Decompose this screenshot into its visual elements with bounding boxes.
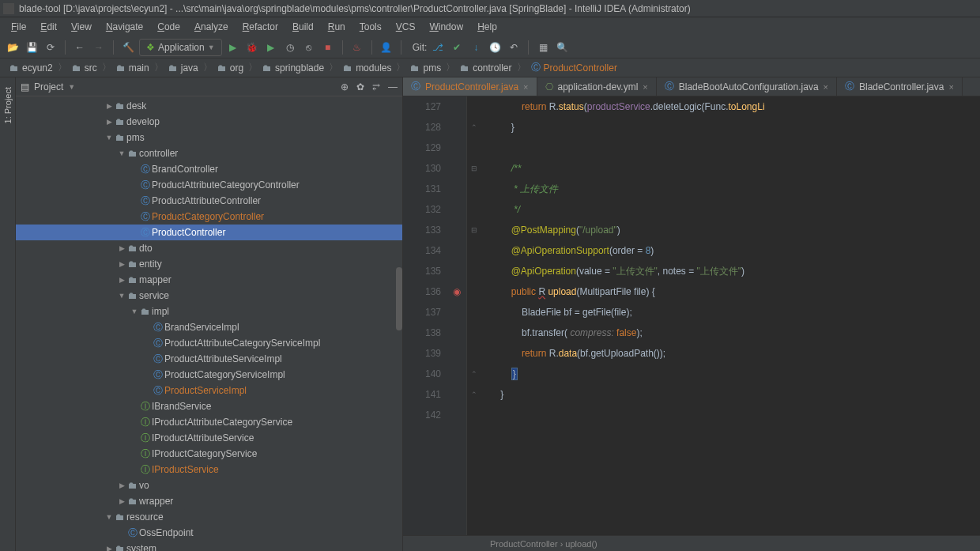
fold-icon[interactable]: ⊟ xyxy=(467,158,481,179)
fold-icon[interactable] xyxy=(467,343,481,364)
build-icon[interactable]: 🔨 xyxy=(120,40,136,55)
nav-forward-icon[interactable]: → xyxy=(91,40,107,55)
search-everywhere-icon[interactable]: 🔍 xyxy=(554,40,570,55)
code-line[interactable]: BladeFile bf = getFile(file); xyxy=(490,302,980,323)
code-line[interactable]: @PostMapping("/upload") xyxy=(490,220,980,240)
gutter-icon[interactable] xyxy=(447,384,466,405)
gutter-icon[interactable] xyxy=(447,179,466,199)
close-tab-icon[interactable]: × xyxy=(948,82,953,92)
fold-icon[interactable] xyxy=(467,261,481,281)
code-line[interactable] xyxy=(490,405,980,425)
code-line[interactable]: return R.data(bf.getUploadPath()); xyxy=(490,343,980,364)
code-line[interactable]: * 上传文件 xyxy=(490,179,980,199)
gutter-icon[interactable] xyxy=(447,261,466,281)
tree-node-productattributeserviceimpl[interactable]: ⒸProductAttributeServiceImpl xyxy=(16,351,402,367)
code-line[interactable]: } xyxy=(490,364,980,384)
menu-build[interactable]: Build xyxy=(286,20,320,34)
breadcrumb-ecyun2[interactable]: 🖿ecyun2 xyxy=(5,62,58,74)
close-tab-icon[interactable]: × xyxy=(824,82,828,92)
code-line[interactable] xyxy=(490,138,980,158)
tree-node-develop[interactable]: 🖿develop xyxy=(16,114,402,130)
tree-node-iproductattributeservice[interactable]: ⒾIProductAttributeService xyxy=(16,430,402,446)
gutter-icon[interactable] xyxy=(447,199,466,220)
code-line[interactable]: @ApiOperationSupport(order = 8) xyxy=(490,240,980,261)
tree-node-desk[interactable]: 🖿desk xyxy=(16,98,402,114)
gutter-icon[interactable] xyxy=(447,240,466,261)
avatar-icon[interactable]: 👤 xyxy=(379,40,394,55)
gutter-icon[interactable] xyxy=(447,117,466,138)
fold-icon[interactable] xyxy=(467,240,481,261)
scroll-to-source-icon[interactable]: ⊕ xyxy=(341,81,349,92)
breadcrumb-main[interactable]: 🖿main xyxy=(111,62,154,74)
fold-column[interactable]: ⌃⊟⊟⌃⌃ xyxy=(466,96,481,535)
tree-arrow-icon[interactable] xyxy=(104,545,114,551)
menu-view[interactable]: View xyxy=(65,20,98,34)
tree-node-iproductcategoryservice[interactable]: ⒾIProductCategoryService xyxy=(16,446,402,462)
tree-arrow-icon[interactable] xyxy=(104,134,114,142)
tree-node-system[interactable]: 🖿system xyxy=(16,541,402,551)
tree-node-productcategorycontroller[interactable]: ⒸProductCategoryController xyxy=(16,209,402,225)
attach-icon[interactable]: ⎋ xyxy=(301,40,317,55)
gutter-icon[interactable] xyxy=(447,343,466,364)
sync-icon[interactable]: ⟳ xyxy=(43,40,58,55)
menu-refactor[interactable]: Refactor xyxy=(236,20,285,34)
tree-node-service[interactable]: 🖿service xyxy=(16,288,402,304)
breadcrumb-java[interactable]: 🖿java xyxy=(164,62,203,74)
gutter-icon[interactable] xyxy=(447,364,466,384)
tree-arrow-icon[interactable] xyxy=(117,149,126,157)
debug-icon[interactable]: 🐞 xyxy=(244,40,260,55)
menu-file[interactable]: File xyxy=(5,20,32,34)
collapse-all-icon[interactable]: ⥂ xyxy=(372,81,380,92)
tree-node-dto[interactable]: 🖿dto xyxy=(16,240,402,256)
tree-arrow-icon[interactable] xyxy=(117,276,126,284)
run-icon[interactable]: ▶ xyxy=(225,40,241,55)
tree-node-ossendpoint[interactable]: ⒸOssEndpoint xyxy=(16,525,402,541)
tree-node-productserviceimpl[interactable]: ⒸProductServiceImpl xyxy=(16,383,402,398)
close-tab-icon[interactable]: × xyxy=(523,82,528,92)
fold-icon[interactable] xyxy=(467,302,481,323)
project-tree[interactable]: 🖿desk🖿develop🖿pms🖿controllerⒸBrandContro… xyxy=(16,96,402,551)
menu-analyze[interactable]: Analyze xyxy=(188,20,235,34)
tree-arrow-icon[interactable] xyxy=(117,481,126,489)
gutter-icon[interactable] xyxy=(447,138,466,158)
menu-help[interactable]: Help xyxy=(471,20,503,34)
code-line[interactable]: bf.transfer( compress: false); xyxy=(490,323,980,343)
nav-back-icon[interactable]: ← xyxy=(72,40,88,55)
breadcrumb-org[interactable]: 🖿org xyxy=(213,62,248,74)
tree-node-entity[interactable]: 🖿entity xyxy=(16,256,402,272)
breadcrumb-src[interactable]: 🖿src xyxy=(67,62,102,74)
gutter-icon[interactable] xyxy=(447,302,466,323)
tree-node-productattributecontroller[interactable]: ⒸProductAttributeController xyxy=(16,193,402,209)
fold-icon[interactable] xyxy=(467,199,481,220)
fold-icon[interactable]: ⌃ xyxy=(467,384,481,405)
fold-icon[interactable] xyxy=(467,138,481,158)
editor-tab-productcontroller-java[interactable]: ⒸProductController.java× xyxy=(403,77,537,96)
menu-tools[interactable]: Tools xyxy=(353,20,388,34)
fold-icon[interactable] xyxy=(467,323,481,343)
editor-breadcrumb[interactable]: ProductController › upload() xyxy=(403,535,980,551)
gutter-icon[interactable] xyxy=(447,220,466,240)
gutter-icon[interactable] xyxy=(447,158,466,179)
code-line[interactable]: } xyxy=(490,384,980,405)
fold-icon[interactable] xyxy=(467,96,481,117)
tree-node-wrapper[interactable]: 🖿wrapper xyxy=(16,493,402,509)
code-line[interactable]: @ApiOperation(value = "上传文件", notes = "上… xyxy=(490,261,980,281)
gutter-icon[interactable] xyxy=(447,405,466,425)
save-all-icon[interactable]: 💾 xyxy=(24,40,40,55)
tree-scrollbar[interactable] xyxy=(396,267,402,330)
tree-arrow-icon[interactable] xyxy=(104,102,114,110)
tree-node-iproductattributecategoryservice[interactable]: ⒾIProductAttributeCategoryService xyxy=(16,414,402,430)
tree-arrow-icon[interactable] xyxy=(104,118,114,126)
tree-node-vo[interactable]: 🖿vo xyxy=(16,477,402,493)
gutter-icon[interactable] xyxy=(447,323,466,343)
menu-vcs[interactable]: VCS xyxy=(390,20,422,34)
run-configuration-selector[interactable]: ❖ Application ▼ xyxy=(139,39,222,56)
panel-settings-icon[interactable]: ✿ xyxy=(356,81,364,92)
tree-arrow-icon[interactable] xyxy=(130,308,139,315)
menu-code[interactable]: Code xyxy=(151,20,187,34)
fold-icon[interactable]: ⌃ xyxy=(467,364,481,384)
tree-node-iproductservice[interactable]: ⒾIProductService xyxy=(16,462,402,477)
git-commit-icon[interactable]: ✔ xyxy=(449,40,465,55)
git-rollback-icon[interactable]: ↶ xyxy=(506,40,522,55)
gutter-icons[interactable]: ◉ xyxy=(447,96,466,535)
